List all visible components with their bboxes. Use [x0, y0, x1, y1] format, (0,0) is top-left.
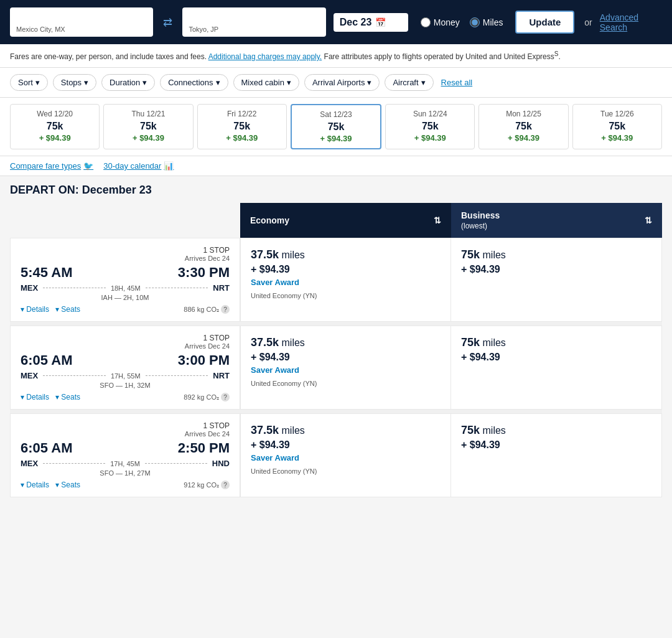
- times-row-2: 6:05 AM 2:50 PM: [21, 440, 230, 456]
- layover-2: SFO — 1H, 27M: [21, 469, 230, 477]
- stops-filter[interactable]: Stops ▾: [53, 74, 96, 91]
- eco-cabin-2: United Economy (YN): [251, 467, 441, 475]
- origin-input[interactable]: MEX: [16, 11, 147, 24]
- date-card-miles: 75k: [111, 121, 185, 132]
- biz-miles-1: 75k miles: [461, 336, 651, 349]
- eco-miles-1: 37.5k miles: [251, 336, 441, 349]
- money-radio-label[interactable]: Money: [421, 17, 460, 27]
- details-link-0[interactable]: ▾ Details: [21, 305, 49, 314]
- flight-footer-0: ▾ Details ▾ Seats 886 kg CO₂ ?: [21, 305, 230, 314]
- eco-award-0: Saver Award: [251, 278, 441, 287]
- arrival-airports-filter[interactable]: Arrival Airports ▾: [304, 74, 380, 91]
- eco-fee-1: + $94.39: [251, 352, 441, 363]
- eco-award-2: Saver Award: [251, 453, 441, 462]
- biz-fee-2: + $94.39: [461, 439, 651, 451]
- business-fare-0[interactable]: 75k miles + $94.39: [451, 238, 662, 322]
- aircraft-filter[interactable]: Aircraft ▾: [385, 74, 433, 91]
- date-card-5[interactable]: Mon 12/25 75k + $94.39: [478, 104, 568, 149]
- eco-cabin-0: United Economy (YN): [251, 292, 441, 299]
- date-card-0[interactable]: Wed 12/20 75k + $94.39: [10, 104, 100, 149]
- date-card-label: Wed 12/20: [18, 110, 91, 118]
- business-fare-1[interactable]: 75k miles + $94.39: [451, 326, 662, 410]
- route-dots2-1: [146, 375, 208, 376]
- reset-all-link[interactable]: Reset all: [441, 78, 473, 87]
- fare-notice-text2: Fare attributes apply to flights operate…: [324, 52, 554, 61]
- stop-info-0: 1 STOP: [21, 246, 230, 255]
- economy-sort-icon[interactable]: ⇅: [434, 215, 441, 225]
- seats-link-1[interactable]: ▾ Seats: [55, 393, 80, 401]
- date-card-label: Thu 12/21: [111, 110, 185, 118]
- origin-city: Mexico City, MX: [16, 26, 147, 33]
- miles-radio[interactable]: [470, 17, 480, 27]
- seats-link-0[interactable]: ▾ Seats: [55, 305, 80, 314]
- route-row-2: MEX 17H, 45M HND: [21, 459, 230, 468]
- miles-label: Miles: [483, 17, 503, 27]
- dest-code-2: HND: [212, 459, 230, 468]
- flight-footer-2: ▾ Details ▾ Seats 912 kg CO₂ ?: [21, 481, 230, 489]
- date-card-label: Tue 12/26: [581, 110, 654, 118]
- flight-info-0: 1 STOP Arrives Dec 24 5:45 AM 3:30 PM ME…: [10, 238, 240, 322]
- co2-help-1[interactable]: ?: [221, 393, 230, 401]
- eco-fee-0: + $94.39: [251, 264, 441, 275]
- money-radio[interactable]: [421, 17, 431, 27]
- date-card-price: + $94.39: [205, 133, 279, 143]
- swap-button[interactable]: ⇄: [161, 13, 175, 32]
- bird-icon: 🐦: [83, 161, 93, 171]
- co2-help-2[interactable]: ?: [221, 481, 230, 489]
- details-link-2[interactable]: ▾ Details: [21, 481, 49, 489]
- arrives-2: Arrives Dec 24: [21, 430, 230, 438]
- dest-code-0: NRT: [213, 283, 230, 293]
- date-card-6[interactable]: Tue 12/26 75k + $94.39: [572, 104, 662, 149]
- business-label: Business (lowest): [461, 210, 500, 230]
- route-row-0: MEX 18H, 45M NRT: [21, 283, 230, 293]
- update-button[interactable]: Update: [515, 11, 574, 34]
- economy-fare-0[interactable]: 37.5k miles + $94.39 Saver Award United …: [240, 238, 451, 322]
- connections-filter[interactable]: Connections ▾: [160, 74, 228, 91]
- duration-filter[interactable]: Duration ▾: [101, 74, 155, 91]
- grid-icon: 📊: [164, 161, 174, 171]
- layover-1: SFO — 1H, 32M: [21, 382, 230, 389]
- stop-info-1: 1 STOP: [21, 334, 230, 342]
- date-card-miles: 75k: [18, 121, 91, 132]
- dest-code-1: NRT: [213, 371, 230, 380]
- route-dots-0: [43, 288, 106, 288]
- destination-input-wrap: TYO Tokyo, JP: [182, 7, 325, 37]
- economy-fare-2[interactable]: 37.5k miles + $94.39 Saver Award United …: [240, 413, 451, 497]
- co2-1: 892 kg CO₂ ?: [184, 393, 230, 401]
- date-card-1[interactable]: Thu 12/21 75k + $94.39: [103, 104, 193, 149]
- advanced-search-link[interactable]: Advanced Search: [600, 12, 662, 32]
- date-card-miles: 75k: [205, 121, 279, 132]
- flight-info-1: 1 STOP Arrives Dec 24 6:05 AM 3:00 PM ME…: [10, 326, 240, 410]
- co2-help-0[interactable]: ?: [221, 305, 230, 314]
- mixed-cabin-filter[interactable]: Mixed cabin ▾: [233, 74, 299, 91]
- date-card-4[interactable]: Sun 12/24 75k + $94.39: [385, 104, 475, 149]
- business-sort-icon[interactable]: ⇅: [645, 215, 652, 225]
- compare-fare-types-link[interactable]: Compare fare types 🐦: [10, 161, 93, 171]
- date-value: Dec 23: [340, 17, 372, 28]
- calendar-30day-link[interactable]: 30-day calendar 📊: [103, 161, 174, 171]
- results-grid: Economy ⇅ Business (lowest) ⇅ 1 STOP Arr…: [10, 203, 662, 497]
- route-duration-2: 17H, 45M: [110, 460, 140, 467]
- empty-header: [10, 203, 240, 238]
- date-card-label: Sat 12/23: [299, 110, 373, 119]
- arrive-time-1: 3:00 PM: [178, 352, 230, 368]
- route-duration-0: 18H, 45M: [111, 284, 141, 292]
- destination-input[interactable]: TYO: [189, 11, 319, 24]
- flight-info-2: 1 STOP Arrives Dec 24 6:05 AM 2:50 PM ME…: [10, 413, 240, 497]
- biz-miles-2: 75k miles: [461, 424, 651, 437]
- bag-charges-link[interactable]: Additional bag charges may apply.: [208, 52, 322, 61]
- seats-link-2[interactable]: ▾ Seats: [55, 481, 80, 489]
- economy-fare-1[interactable]: 37.5k miles + $94.39 Saver Award United …: [240, 326, 451, 410]
- miles-radio-label[interactable]: Miles: [470, 17, 503, 27]
- date-card-2[interactable]: Fri 12/22 75k + $94.39: [197, 104, 287, 149]
- date-card-miles: 75k: [487, 121, 560, 132]
- date-card-price: + $94.39: [393, 133, 467, 143]
- co2-2: 912 kg CO₂ ?: [184, 481, 230, 489]
- date-picker[interactable]: Dec 23 📅: [334, 13, 408, 32]
- business-fare-2[interactable]: 75k miles + $94.39: [451, 413, 662, 497]
- details-link-1[interactable]: ▾ Details: [21, 393, 49, 401]
- date-card-3[interactable]: Sat 12/23 75k + $94.39: [291, 104, 381, 149]
- route-dots-1: [43, 375, 106, 376]
- sort-filter[interactable]: Sort ▾: [10, 74, 48, 91]
- co2-0: 886 kg CO₂ ?: [184, 305, 230, 314]
